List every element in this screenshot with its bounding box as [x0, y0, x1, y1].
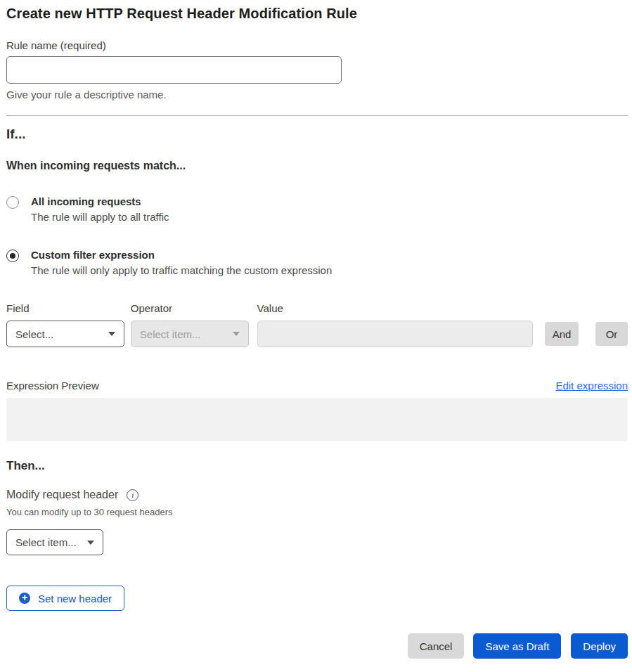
- set-new-header-label: Set new header: [38, 593, 112, 605]
- page-title: Create new HTTP Request Header Modificat…: [6, 6, 628, 22]
- radio-custom-filter-expression[interactable]: [6, 250, 19, 262]
- header-action-select-value: Select item...: [15, 536, 77, 548]
- save-as-draft-button[interactable]: Save as Draft: [473, 633, 561, 659]
- field-select-value: Select...: [15, 328, 53, 340]
- plus-icon: +: [19, 593, 30, 604]
- or-button[interactable]: Or: [595, 322, 628, 346]
- expression-preview-label: Expression Preview: [6, 380, 99, 392]
- rule-name-label: Rule name (required): [6, 39, 628, 51]
- radio-option-text: All incoming requests The rule will appl…: [31, 195, 169, 223]
- create-rule-form: Create new HTTP Request Header Modificat…: [0, 0, 632, 611]
- match-subheading: When incoming requests match...: [6, 160, 628, 172]
- value-label: Value: [257, 302, 534, 314]
- and-button[interactable]: And: [545, 322, 579, 346]
- field-select[interactable]: Select...: [6, 321, 124, 347]
- value-column: Value: [257, 302, 534, 347]
- rule-name-input[interactable]: [6, 56, 342, 84]
- cancel-button[interactable]: Cancel: [408, 633, 465, 659]
- field-column: Field Select...: [6, 302, 124, 347]
- operator-select-value: Select item...: [140, 328, 201, 340]
- section-divider: [6, 115, 628, 116]
- info-icon[interactable]: i: [127, 489, 138, 501]
- chevron-down-icon: [87, 541, 94, 545]
- modify-request-header-label: Modify request header: [6, 489, 118, 501]
- if-section-heading: If...: [6, 127, 628, 142]
- form-action-bar: Cancel Save as Draft Deploy: [408, 633, 628, 659]
- field-label: Field: [6, 302, 124, 314]
- expression-builder-row: Field Select... Operator Select item... …: [6, 302, 628, 347]
- radio-all-incoming-requests[interactable]: [6, 196, 19, 209]
- radio-description: The rule will only apply to traffic matc…: [31, 264, 332, 276]
- operator-column: Operator Select item...: [131, 302, 249, 347]
- then-section-heading: Then...: [6, 459, 628, 473]
- edit-expression-link[interactable]: Edit expression: [555, 380, 628, 392]
- radio-label: All incoming requests: [31, 195, 169, 207]
- rule-name-helper: Give your rule a descriptive name.: [6, 89, 628, 101]
- set-new-header-button[interactable]: + Set new header: [6, 586, 124, 611]
- radio-description: The rule will apply to all traffic: [31, 211, 169, 223]
- expression-preview-box: [6, 398, 628, 441]
- chevron-down-icon: [108, 332, 115, 336]
- radio-label: Custom filter expression: [31, 249, 332, 261]
- radio-option-text: Custom filter expression The rule will o…: [31, 249, 332, 276]
- expression-preview-header: Expression Preview Edit expression: [6, 380, 628, 392]
- operator-select: Select item...: [131, 321, 249, 347]
- deploy-button[interactable]: Deploy: [571, 633, 628, 659]
- modify-header-helper: You can modify up to 30 request headers: [6, 507, 628, 517]
- header-action-select[interactable]: Select item...: [6, 529, 103, 555]
- radio-option-custom-expression: Custom filter expression The rule will o…: [6, 249, 628, 276]
- radio-option-all-requests: All incoming requests The rule will appl…: [6, 195, 628, 223]
- modify-header-row: Modify request header i: [6, 489, 628, 501]
- operator-label: Operator: [131, 302, 249, 314]
- chevron-down-icon: [233, 332, 240, 336]
- value-input: [257, 321, 534, 347]
